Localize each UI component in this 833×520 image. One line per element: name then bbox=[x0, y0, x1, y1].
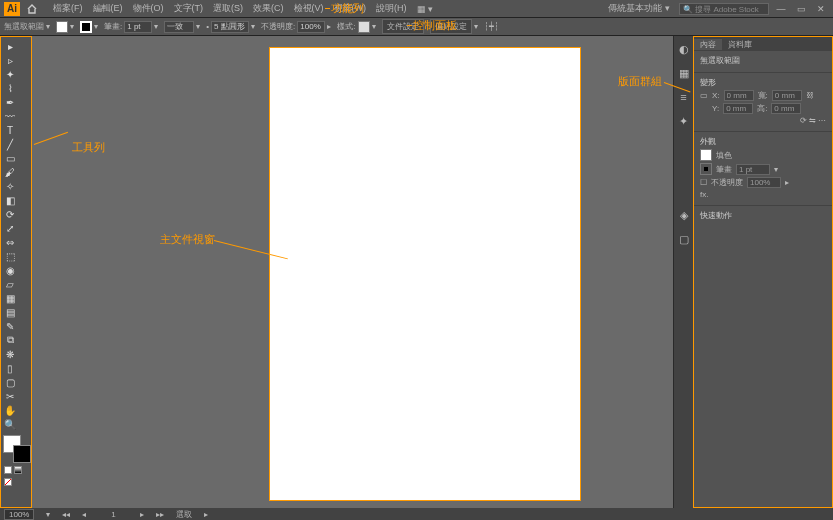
color-mode-fill[interactable] bbox=[4, 466, 12, 474]
line-tool[interactable]: ╱ bbox=[3, 137, 17, 151]
slice-tool[interactable]: ✂ bbox=[3, 389, 17, 403]
panel-tab-properties[interactable]: 內容 bbox=[694, 39, 722, 50]
dock-color-icon[interactable]: ◐ bbox=[677, 42, 691, 56]
menu-view[interactable]: 檢視(V) bbox=[289, 2, 329, 15]
w-field[interactable] bbox=[772, 90, 802, 101]
x-field[interactable] bbox=[724, 90, 754, 101]
graph-tool[interactable]: ▯ bbox=[3, 361, 17, 375]
stroke-profile[interactable] bbox=[164, 21, 194, 33]
fill-swatch[interactable] bbox=[56, 21, 68, 33]
eraser-tool[interactable]: ◧ bbox=[3, 193, 17, 207]
perspective-tool[interactable]: ▱ bbox=[3, 277, 17, 291]
canvas[interactable] bbox=[32, 36, 673, 508]
panel-noselect: 無選取範圍 bbox=[700, 55, 826, 66]
menu-bridge-icon[interactable]: ▦ ▾ bbox=[412, 4, 439, 14]
workspace-switcher[interactable]: 傳統基本功能 ▾ bbox=[603, 2, 675, 15]
color-mode-gradient[interactable] bbox=[14, 466, 22, 474]
hand-tool[interactable]: ✋ bbox=[3, 403, 17, 417]
nav-back-icon[interactable]: ◂ bbox=[82, 510, 86, 519]
close-icon[interactable]: ✕ bbox=[813, 3, 829, 15]
color-swatches[interactable] bbox=[3, 435, 31, 463]
panel-tab-libraries[interactable]: 資料庫 bbox=[722, 39, 758, 50]
restore-icon[interactable]: ▭ bbox=[793, 3, 809, 15]
toolbox: ▸▹ ✦⌇ ✒〰 T╱ ▭🖌 ✧◧ ⟳⤢ ⇔⬚ ◉▱ ▦▤ ✎⧉ ❋▯ ▢✂ ✋… bbox=[0, 36, 32, 508]
menu-object[interactable]: 物件(O) bbox=[128, 2, 169, 15]
direct-select-tool[interactable]: ▹ bbox=[3, 53, 17, 67]
opacity-label: 不透明度: bbox=[261, 21, 295, 32]
curvature-tool[interactable]: 〰 bbox=[3, 109, 17, 123]
w-label: 寬: bbox=[758, 90, 768, 101]
h-field[interactable] bbox=[771, 103, 801, 114]
mesh-tool[interactable]: ▦ bbox=[3, 291, 17, 305]
stroke-swatch[interactable] bbox=[80, 21, 92, 33]
width-tool[interactable]: ⇔ bbox=[3, 235, 17, 249]
annotation-tools: 工具列 bbox=[72, 140, 105, 155]
panel-opacity-field[interactable] bbox=[747, 177, 781, 188]
dock-layers-icon[interactable]: ◈ bbox=[677, 208, 691, 222]
panel-fill-swatch[interactable] bbox=[700, 149, 712, 161]
h-label: 高: bbox=[757, 103, 767, 114]
artboard[interactable] bbox=[270, 48, 580, 500]
annotation-panels: 版面群組 bbox=[618, 74, 662, 89]
menu-edit[interactable]: 編輯(E) bbox=[88, 2, 128, 15]
annotation-canvas: 主文件視窗 bbox=[160, 232, 215, 247]
panel-stroke-swatch[interactable] bbox=[700, 163, 712, 175]
y-field[interactable] bbox=[723, 103, 753, 114]
properties-panel: 內容 資料庫 無選取範圍 變形 ▭ X: 寬: ⛓ Y: 高: ⟳ ⇋ ⋯ 外觀… bbox=[693, 36, 833, 508]
home-icon[interactable] bbox=[26, 3, 40, 15]
free-transform-tool[interactable]: ⬚ bbox=[3, 249, 17, 263]
pen-tool[interactable]: ✒ bbox=[3, 95, 17, 109]
rectangle-tool[interactable]: ▭ bbox=[3, 151, 17, 165]
nav-fwd-icon[interactable]: ▸ bbox=[140, 510, 144, 519]
panel-stroke-weight[interactable] bbox=[736, 164, 770, 175]
zoom-tool[interactable]: 🔍 bbox=[3, 417, 17, 431]
style-label: 樣式: bbox=[337, 21, 355, 32]
menu-effect[interactable]: 效果(C) bbox=[248, 2, 289, 15]
annotation-control: 控制面板 bbox=[413, 18, 457, 33]
paintbrush-tool[interactable]: 🖌 bbox=[3, 165, 17, 179]
fill-label: 填色 bbox=[716, 150, 732, 161]
shaper-tool[interactable]: ✧ bbox=[3, 179, 17, 193]
artboard-tool[interactable]: ▢ bbox=[3, 375, 17, 389]
link-icon[interactable]: ⛓ bbox=[806, 91, 814, 100]
gradient-tool[interactable]: ▤ bbox=[3, 305, 17, 319]
lasso-tool[interactable]: ⌇ bbox=[3, 81, 17, 95]
eyedropper-tool[interactable]: ✎ bbox=[3, 319, 17, 333]
blend-tool[interactable]: ⧉ bbox=[3, 333, 17, 347]
dock-swatches-icon[interactable]: ▦ bbox=[677, 66, 691, 80]
brush-def[interactable] bbox=[211, 21, 249, 33]
x-label: X: bbox=[712, 91, 720, 100]
color-mode-none[interactable] bbox=[4, 478, 12, 486]
opacity-field[interactable] bbox=[297, 21, 325, 33]
menu-file[interactable]: 檔案(F) bbox=[48, 2, 88, 15]
search-input[interactable]: 🔍 搜尋 Adobe Stock bbox=[679, 3, 769, 15]
shape-builder-tool[interactable]: ◉ bbox=[3, 263, 17, 277]
panel-opacity-label: 不透明度 bbox=[711, 177, 743, 188]
zoom-level[interactable]: 100% bbox=[4, 509, 34, 520]
fx-icon[interactable]: fx. bbox=[700, 190, 708, 199]
control-noselect: 無選取範圍 bbox=[4, 21, 44, 32]
scale-tool[interactable]: ⤢ bbox=[3, 221, 17, 235]
rotate-tool[interactable]: ⟳ bbox=[3, 207, 17, 221]
symbol-sprayer-tool[interactable]: ❋ bbox=[3, 347, 17, 361]
app-logo: Ai bbox=[4, 2, 20, 16]
style-swatch[interactable] bbox=[358, 21, 370, 33]
stroke-weight[interactable] bbox=[124, 21, 152, 33]
y-label: Y: bbox=[712, 104, 719, 113]
selection-tool[interactable]: ▸ bbox=[3, 39, 17, 53]
minimize-icon[interactable]: — bbox=[773, 3, 789, 15]
type-tool[interactable]: T bbox=[3, 123, 17, 137]
quickactions-title: 快速動作 bbox=[700, 210, 826, 221]
menu-select[interactable]: 選取(S) bbox=[208, 2, 248, 15]
annotation-menubar: 功能列 bbox=[331, 1, 364, 16]
panel-stroke-label: 筆畫 bbox=[716, 164, 732, 175]
magic-wand-tool[interactable]: ✦ bbox=[3, 67, 17, 81]
dock-symbols-icon[interactable]: ✦ bbox=[677, 114, 691, 128]
status-bar: 100%▾ ◂◂◂ 1 ▸▸▸ 選取▸ bbox=[0, 508, 833, 520]
dock-artboards-icon[interactable]: ▢ bbox=[677, 232, 691, 246]
nav-next-icon[interactable]: ▸▸ bbox=[156, 510, 164, 519]
appearance-title: 外觀 bbox=[700, 136, 826, 147]
menu-type[interactable]: 文字(T) bbox=[169, 2, 209, 15]
nav-prev-icon[interactable]: ◂◂ bbox=[62, 510, 70, 519]
menu-help[interactable]: 說明(H) bbox=[371, 2, 412, 15]
